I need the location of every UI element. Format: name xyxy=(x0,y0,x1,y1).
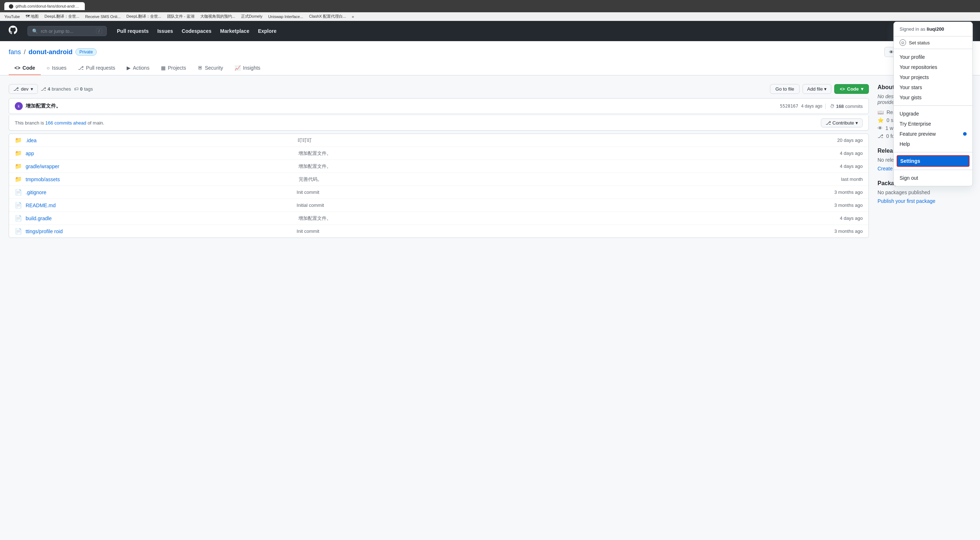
file-commit-buildgradle: 增加配置文件。 xyxy=(298,215,835,221)
folder-icon: 📁 xyxy=(15,137,21,144)
file-time-app: 4 days ago xyxy=(840,151,863,156)
file-name-readme[interactable]: README.md xyxy=(25,202,292,208)
bookmark-daka[interactable]: 大咖视角我的预约... xyxy=(200,14,235,19)
insights-icon: 📈 xyxy=(234,65,241,71)
file-name-gradle[interactable]: gradle/wrapper xyxy=(25,164,294,169)
contribute-icon: ⎇ xyxy=(826,120,831,126)
set-status-item[interactable]: ☺ Set status xyxy=(894,37,972,49)
bookmark-deepl1[interactable]: DeepL翻译：全世... xyxy=(45,14,80,19)
tab-security[interactable]: ⛨ Security xyxy=(192,61,229,75)
bookmarks-bar: YouTube 🗺 地图 DeepL翻译：全世... Receive SMS O… xyxy=(0,12,980,21)
file-name-buildgradle[interactable]: build.gradle xyxy=(25,215,294,221)
file-icon: 📄 xyxy=(15,228,21,235)
file-commit-app: 增加配置文件。 xyxy=(298,150,835,157)
your-stars-item[interactable]: Your stars xyxy=(894,82,972,92)
your-gists-item[interactable]: Your gists xyxy=(894,92,972,102)
try-enterprise-item[interactable]: Try Enterprise xyxy=(894,119,972,129)
file-commit-tmpmob: 完善代码。 xyxy=(299,176,837,183)
upgrade-item[interactable]: Upgrade xyxy=(894,109,972,119)
branch-count-link[interactable]: ⎇ 4 branches xyxy=(41,86,71,92)
tab-pull-requests[interactable]: ⎇ Pull requests xyxy=(72,61,121,75)
nav-pull-requests[interactable]: Pull requests xyxy=(117,28,149,34)
settings-highlight: Settings xyxy=(897,155,969,167)
your-projects-item[interactable]: Your projects xyxy=(894,72,972,82)
actions-icon: ▶ xyxy=(127,65,130,71)
bookmark-map[interactable]: 🗺 地图 xyxy=(25,14,38,19)
ahead-commits-link[interactable]: 166 commits ahead xyxy=(46,120,86,126)
bookmark-team[interactable]: 团队文件 - 蓝湖 xyxy=(167,14,194,19)
nav-marketplace[interactable]: Marketplace xyxy=(220,28,249,34)
folder-icon: 📁 xyxy=(15,176,21,183)
bookmark-uniswap[interactable]: Uniswap Interface... xyxy=(268,14,303,19)
clock-icon: ⏱ xyxy=(830,104,835,109)
file-time-tmpmob: last month xyxy=(841,177,863,182)
publish-package-link[interactable]: Publish your first package xyxy=(878,198,935,204)
folder-icon: 📁 xyxy=(15,150,21,157)
repo-header: fans / donut-android Private 👁 Watch 1 ▾… xyxy=(0,41,980,75)
code-button[interactable]: <> Code ▾ xyxy=(834,84,869,94)
bookmark-youtube[interactable]: YouTube xyxy=(4,14,20,19)
nav-issues[interactable]: Issues xyxy=(158,28,173,34)
your-repositories-item[interactable]: Your repositories xyxy=(894,62,972,72)
bookmark-deepl2[interactable]: DeepL翻译：全世... xyxy=(126,14,161,19)
file-name-tmpmob[interactable]: tmpmob/assets xyxy=(25,177,294,182)
user-dropdown: Signed in as liuqi200 ☺ Set status Your … xyxy=(893,22,973,186)
file-commit-settings: Init commit xyxy=(297,228,830,234)
tab-code[interactable]: <> Code xyxy=(9,61,41,75)
browser-chrome: ⬤ github.com/donut-fans/donut-android/tr… xyxy=(0,0,980,12)
add-file-chevron-icon: ▾ xyxy=(824,86,827,92)
projects-icon: ▦ xyxy=(161,65,165,71)
smiley-icon: ☺ xyxy=(899,39,906,46)
search-icon: 🔍 xyxy=(32,29,38,34)
file-name-gitignore[interactable]: .gitignore xyxy=(25,190,292,195)
code-angle-icon: <> xyxy=(840,87,845,92)
fork-sidebar-icon: ⎇ xyxy=(878,133,883,139)
branch-chevron-icon: ▾ xyxy=(31,86,33,92)
repo-owner[interactable]: fans xyxy=(9,48,21,56)
bookmark-clashx[interactable]: ClashX 配置代理白... xyxy=(309,14,346,19)
browser-tab[interactable]: ⬤ github.com/donut-fans/donut-android/tr… xyxy=(4,2,85,10)
file-name-settings[interactable]: ttings/profile roid xyxy=(25,228,292,234)
file-time-gitignore: 3 months ago xyxy=(834,190,863,195)
file-name-app[interactable]: app xyxy=(25,151,294,156)
sign-out-item[interactable]: Sign out xyxy=(894,173,972,183)
branch-selector[interactable]: ⎇ dev ▾ xyxy=(9,84,38,94)
add-file-button[interactable]: Add file ▾ xyxy=(802,84,831,94)
contribute-button[interactable]: ⎇ Contribute ▾ xyxy=(821,118,863,127)
file-name-idea[interactable]: .idea xyxy=(25,137,293,143)
tab-issues[interactable]: ○ Issues xyxy=(41,61,72,75)
bookmark-domely[interactable]: 正式Domely xyxy=(241,14,262,19)
file-toolbar: ⎇ dev ▾ ⎇ 4 branches 🏷 0 tags Go to file… xyxy=(9,84,869,94)
commit-hash[interactable]: 5528167 xyxy=(780,104,799,109)
commit-count-link[interactable]: ⏱ 168 commits xyxy=(825,104,863,109)
table-row: 📁 gradle/wrapper 增加配置文件。 4 days ago xyxy=(9,160,869,173)
nav-codespaces[interactable]: Codespaces xyxy=(182,28,212,34)
settings-item[interactable]: Settings xyxy=(897,156,969,166)
help-item[interactable]: Help xyxy=(894,139,972,149)
feature-preview-dot xyxy=(963,132,967,136)
file-time-settings: 3 months ago xyxy=(834,228,863,234)
tab-projects[interactable]: ▦ Projects xyxy=(155,61,192,75)
bookmark-sms[interactable]: Receive SMS Onli... xyxy=(85,14,121,19)
commit-message[interactable]: 增加配置文件。 xyxy=(25,103,61,109)
commit-bar: k 增加配置文件。 5528167 4 days ago ⏱ 168 commi… xyxy=(9,98,869,114)
bookmark-more[interactable]: » xyxy=(352,14,354,19)
file-commit-readme: Initial commit xyxy=(297,202,830,208)
code-chevron-icon: ▾ xyxy=(861,86,864,92)
repo-nav: <> Code ○ Issues ⎇ Pull requests ▶ Actio… xyxy=(9,61,971,75)
github-logo[interactable] xyxy=(9,25,18,37)
search-bar[interactable]: 🔍 rch or jump to... / xyxy=(27,26,107,36)
table-row: 📄 README.md Initial commit 3 months ago xyxy=(9,199,869,212)
file-icon: 📄 xyxy=(15,215,21,221)
contribute-chevron-icon: ▾ xyxy=(856,120,858,126)
repo-name[interactable]: donut-android xyxy=(29,48,73,56)
tab-insights[interactable]: 📈 Insights xyxy=(229,61,266,75)
file-table: 📁 .idea 叮叮叮 20 days ago 📁 app 增加配置文件。 4 … xyxy=(9,134,869,238)
feature-preview-item[interactable]: Feature preview xyxy=(894,129,972,139)
tag-count-link[interactable]: 🏷 0 tags xyxy=(74,86,93,92)
file-icon: 📄 xyxy=(15,189,21,196)
your-profile-item[interactable]: Your profile xyxy=(894,52,972,62)
goto-file-button[interactable]: Go to file xyxy=(770,84,800,94)
tab-actions[interactable]: ▶ Actions xyxy=(121,61,155,75)
nav-explore[interactable]: Explore xyxy=(258,28,277,34)
